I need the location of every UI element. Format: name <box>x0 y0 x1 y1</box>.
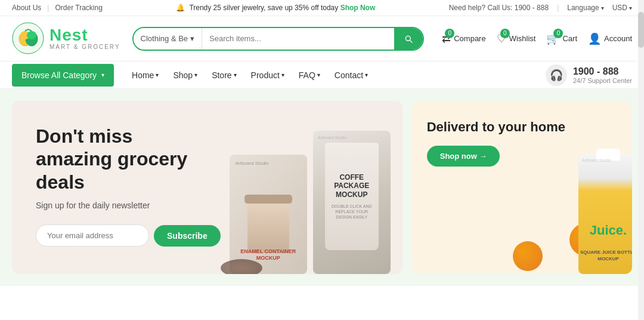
juice-product-area: Artboard Studio Juice. SQUARE JUICE BOTT… <box>519 119 632 274</box>
cart-badge: 0 <box>553 29 563 38</box>
search-category-chevron-icon: ▾ <box>190 34 194 43</box>
top-bar-center: 🔔 Trendy 25 silver jewelry, save up 35% … <box>176 4 375 12</box>
search-button[interactable] <box>394 28 423 50</box>
promo-bell: 🔔 <box>176 4 185 12</box>
search-category-label: Clothing & Be <box>141 34 188 43</box>
subscribe-button[interactable]: Subscribe <box>154 225 221 247</box>
hero-left-panel: Don't miss amazing grocery deals Sign up… <box>12 101 402 274</box>
nav-shop-chevron-icon: ▾ <box>194 61 197 89</box>
header-actions: ⇄ 0 Compare ♡ 0 Wishlist 🛒 0 Cart 👤 Acco… <box>442 32 632 45</box>
cart-action[interactable]: 🛒 0 Cart <box>546 32 577 45</box>
search-bar: Clothing & Be ▾ <box>132 27 425 51</box>
cart-icon: 🛒 0 <box>546 32 559 45</box>
cart-label: Cart <box>562 34 577 43</box>
nav-faq-label: FAQ <box>299 61 315 89</box>
wishlist-action[interactable]: ♡ 0 Wishlist <box>497 32 536 45</box>
top-bar: About Us | Order Tracking 🔔 Trendy 25 si… <box>0 0 644 16</box>
currency-chevron-icon: ▾ <box>629 5 632 11</box>
coffee-sub-label: DOUBLE CLICK AND REPLACE YOUR DESIGN EAS… <box>331 204 373 220</box>
nav-faq-chevron-icon: ▾ <box>317 61 320 89</box>
nav-shop-label: Shop <box>173 61 193 89</box>
nav-product-label: Product <box>251 61 280 89</box>
header: Nest MART & GROCERY Clothing & Be ▾ ⇄ 0 … <box>0 16 644 61</box>
coffee-package-mockup: Artboard Studio COFFEPACKAGEMOCKUP DOUBL… <box>313 131 391 274</box>
logo-name: Nest <box>49 27 120 44</box>
support-number: 1900 - 888 <box>573 66 632 77</box>
search-category-dropdown[interactable]: Clothing & Be ▾ <box>134 28 203 50</box>
about-us-link[interactable]: About Us <box>12 4 41 12</box>
hero-section: Don't miss amazing grocery deals Sign up… <box>0 89 644 286</box>
heart-icon: ♡ 0 <box>497 32 506 45</box>
compare-icon: ⇄ 0 <box>442 32 451 45</box>
artboard-label-1: Artboard Studio <box>236 161 269 166</box>
language-dropdown[interactable]: Language ▾ <box>567 4 603 12</box>
browse-all-category-button[interactable]: Browse All Category ▾ <box>12 64 114 87</box>
nav-home-chevron-icon: ▾ <box>156 61 159 89</box>
wishlist-badge: 0 <box>500 29 510 38</box>
logo[interactable]: Nest MART & GROCERY <box>12 22 120 55</box>
juice-label: Juice. <box>590 223 627 238</box>
currency-dropdown[interactable]: USD ▾ <box>612 4 632 12</box>
enamel-container-mockup: Artboard Studio ENAMEL CONTAINER MOCKUP <box>230 155 307 274</box>
shop-now-link[interactable]: Shop Now <box>340 4 376 12</box>
coffee-label: COFFEPACKAGEMOCKUP <box>334 173 369 199</box>
nav-contact[interactable]: Contact ▾ <box>329 61 374 89</box>
shop-now-button[interactable]: Shop now → <box>427 146 500 167</box>
promo-text: Trendy 25 silver jewelry, save up 35% of… <box>189 4 338 12</box>
juice-bottle: Artboard Studio Juice. SQUARE JUICE BOTT… <box>578 155 632 274</box>
currency-label: USD <box>612 4 627 12</box>
artboard-label-2: Artboard Studio <box>318 136 347 140</box>
scrollbar-thumb[interactable] <box>638 12 644 48</box>
account-icon: 👤 <box>588 32 601 45</box>
wishlist-label: Wishlist <box>509 34 536 43</box>
need-help-text: Need help? Call Us: 1900 - 888 <box>449 4 549 12</box>
scrollbar[interactable] <box>638 0 644 286</box>
compare-badge: 0 <box>445 29 454 38</box>
logo-subtitle: MART & GROCERY <box>49 44 120 50</box>
compare-label: Compare <box>454 34 485 43</box>
search-input[interactable] <box>202 28 394 50</box>
nav-links: Home ▾ Shop ▾ Store ▾ Product ▾ FAQ ▾ Co… <box>126 61 546 89</box>
nav-store-chevron-icon: ▾ <box>234 61 237 89</box>
nav-home-label: Home <box>132 61 154 89</box>
nav-product-chevron-icon: ▾ <box>281 61 284 89</box>
top-bar-right: Need help? Call Us: 1900 - 888 | Languag… <box>449 4 632 12</box>
logo-icon <box>12 22 45 55</box>
email-input[interactable] <box>36 224 149 247</box>
nav-store-label: Store <box>212 61 231 89</box>
support-icon: 🎧 <box>546 64 567 86</box>
nav-faq[interactable]: FAQ ▾ <box>293 61 326 89</box>
juice-bottle-label: SQUARE JUICE BOTTLE MOCKUP <box>578 250 632 262</box>
support: 🎧 1900 - 888 24/7 Support Center <box>546 64 632 86</box>
hero-products: Artboard Studio ENAMEL CONTAINER MOCKUP … <box>230 131 391 274</box>
order-tracking-link[interactable]: Order Tracking <box>55 4 102 12</box>
support-label: 24/7 Support Center <box>573 77 632 84</box>
nav-contact-label: Contact <box>335 61 363 89</box>
language-chevron-icon: ▾ <box>601 5 604 11</box>
hero-right-panel: Deliverd to your home Shop now → Artboar… <box>412 101 632 274</box>
svg-point-4 <box>27 31 36 39</box>
nav-product[interactable]: Product ▾ <box>245 61 290 89</box>
nav: Browse All Category ▾ Home ▾ Shop ▾ Stor… <box>0 61 644 89</box>
search-icon <box>404 34 413 44</box>
shop-now-label: Shop now → <box>440 152 487 161</box>
language-label: Language <box>567 4 599 12</box>
artboard-label-juice: Artboard Studio <box>582 158 611 162</box>
compare-action[interactable]: ⇄ 0 Compare <box>442 32 485 45</box>
orange-3 <box>513 241 543 271</box>
account-label: Account <box>604 34 632 43</box>
nav-contact-chevron-icon: ▾ <box>365 61 368 89</box>
nav-shop[interactable]: Shop ▾ <box>167 61 203 89</box>
hero-title: Don't miss amazing grocery deals <box>36 125 203 193</box>
top-bar-left: About Us | Order Tracking <box>12 4 103 12</box>
browse-chevron-icon: ▾ <box>101 72 104 78</box>
nav-home[interactable]: Home ▾ <box>126 61 165 89</box>
browse-label: Browse All Category <box>21 70 97 80</box>
account-action[interactable]: 👤 Account <box>588 32 632 45</box>
nav-store[interactable]: Store ▾ <box>206 61 242 89</box>
